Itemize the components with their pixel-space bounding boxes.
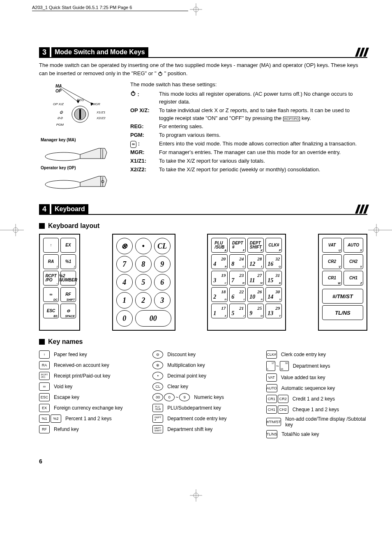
key-name-row: ESCEscape key [39, 393, 140, 401]
key-numpad: 7 [116, 256, 133, 272]
key-dept: 204B [211, 254, 228, 269]
key-dept: 193C [211, 271, 228, 286]
section-3-title: Mode Switch and Mode Keys [51, 47, 148, 57]
key-numpad: 00 [135, 310, 171, 327]
key: RA! [43, 254, 59, 269]
operator-key-label: Operator key (OP) [41, 166, 121, 170]
key-name-row: ∞Void key [39, 382, 140, 391]
crop-mark-top [190, 3, 202, 16]
key: VATU [322, 238, 342, 253]
key-dept: 3216Q [265, 254, 282, 269]
header-stripes [357, 48, 367, 57]
key-dept: 215J [229, 304, 246, 318]
key-numpad: • [135, 238, 152, 254]
key: CH2Y [344, 254, 363, 269]
power-icon [130, 90, 136, 96]
svg-point-30 [45, 180, 82, 189]
key-dept-header: DEPT#F [229, 238, 246, 253]
key: RFSHIFT [60, 287, 76, 302]
key-names-heading: Key names [39, 338, 367, 345]
key-numpad: 0 [116, 310, 133, 327]
svg-text:⏻: ⏻ [60, 111, 63, 114]
manager-key-illustration [39, 142, 113, 163]
mode-table-lead: The mode switch has these settings: [130, 81, 367, 88]
crop-mark-right [368, 224, 392, 236]
key-tmst: #/TM/ST [322, 289, 363, 304]
key-dept: 248G [229, 254, 246, 269]
key: ESCBS [43, 304, 59, 318]
mode-switch-diagram: REG OP X/Z MGR X1/Z1 ⏻ ⊘⊘ X2/Z2 PGM MA O… [39, 81, 121, 192]
key-name-row: CLK#Clerk code entry key [266, 350, 367, 359]
key-dept: 171E [211, 304, 228, 318]
key: CH1Z [344, 271, 363, 286]
key: CR1W [322, 271, 342, 286]
svg-text:X1/Z1: X1/Z1 [96, 111, 105, 114]
key: AUTOX [344, 238, 363, 253]
crop-mark-bottom [190, 489, 202, 502]
key-numpad: 1 [116, 292, 133, 309]
svg-point-27 [45, 152, 82, 161]
key-name-row: ⊗Multiplication key [152, 361, 254, 369]
key-dept: 2913T [265, 304, 282, 318]
print-slug: A203_1 Quick Start Guide 06.5.1 7:25 PM … [32, 5, 188, 11]
operator-key-illustration [39, 170, 113, 191]
key-numpad: 2 [135, 292, 152, 309]
svg-text:PGM: PGM [56, 123, 64, 127]
svg-text:OP: OP [55, 89, 62, 93]
section-3-number: 3 [39, 47, 50, 57]
key-name-row: CH1CH2Cheque 1 and 2 keys [266, 405, 367, 414]
key-dept: 2711M [247, 271, 264, 286]
key-dept: 3014S [265, 287, 282, 302]
key-name-row: AUTOAutomatic sequence key [266, 384, 367, 392]
key-numpad: CL [154, 238, 171, 254]
key-dept: 226I [229, 287, 246, 302]
key-dept: 3115R [265, 271, 282, 286]
power-icon [158, 71, 163, 76]
key-numpad: 4 [116, 274, 133, 290]
key: RCPT/PO- [43, 271, 59, 286]
svg-text:⊘⊘: ⊘⊘ [57, 116, 63, 120]
svg-text:MA: MA [55, 84, 62, 88]
key-dept: 182D [211, 287, 228, 302]
key-name-row: RFRefund key [39, 425, 140, 433]
key-numpad: 5 [135, 274, 152, 290]
svg-text:X2/Z2: X2/Z2 [96, 116, 106, 120]
key-dept: 237H [229, 271, 246, 286]
header-stripes [357, 205, 367, 214]
key: %2NUMBER [60, 271, 76, 286]
section-4-header: 4 Keyboard [39, 204, 367, 215]
key-name-row: RAReceived-on account key [39, 361, 140, 369]
keyboard-layout-heading: Keyboard layout [39, 222, 367, 230]
key-name-row: ⊖Discount key [152, 350, 254, 359]
key-tlns: TL/NS [322, 305, 363, 320]
section-3-intro: The mode switch can be operated by inser… [39, 61, 367, 77]
key-name-row: %1%2Percent 1 and 2 keys [39, 415, 140, 423]
key-name-row: PLU/SUBPLU/Subdepartment key [152, 404, 254, 412]
section-4-number: 4 [39, 204, 50, 214]
key-dept-header: DEPTSHIFTK [247, 238, 264, 253]
key: %1/ [60, 254, 76, 269]
key: ∞DC [43, 287, 59, 302]
key-name-row: CR1CR2Credit 1 and 2 keys [266, 395, 367, 403]
section-4-title: Keyboard [51, 204, 88, 214]
key-names-table: ↑Paper feed keyRAReceived-on account key… [39, 350, 367, 441]
void-icon: ∞ [130, 141, 136, 148]
key-name-row: 171~3216Department keys [266, 361, 367, 371]
key-dept-header: CLK#P [265, 238, 282, 253]
key-name-row: CLClear key [152, 382, 254, 391]
svg-text:MGR: MGR [92, 102, 100, 106]
key-name-row: DEPTSHIFTDepartment shift key [152, 425, 254, 433]
svg-text:OP X/Z: OP X/Z [53, 102, 64, 106]
svg-rect-16 [79, 109, 81, 119]
rcptpo-key-inline: RCPT/PO [283, 117, 300, 121]
keyboard-layout-diagram: ↑EXRA!%1/RCPT/PO-%2NUMBER∞DCRFSHIFTESCBS… [39, 234, 367, 331]
key-name-row: TL/NSTotal/No sale key [266, 430, 367, 438]
key-name-row: EXForeign currency exchange key [39, 404, 140, 412]
key-dept: 2812L [247, 254, 264, 269]
key-numpad: 9 [154, 256, 171, 272]
key-name-row: RCPT/POReceipt print/Paid-out key [39, 372, 140, 380]
key-dept: 259O [247, 304, 264, 318]
page-number: 6 [39, 458, 42, 465]
key-numpad: 6 [154, 274, 171, 290]
key-numpad: 3 [154, 292, 171, 309]
